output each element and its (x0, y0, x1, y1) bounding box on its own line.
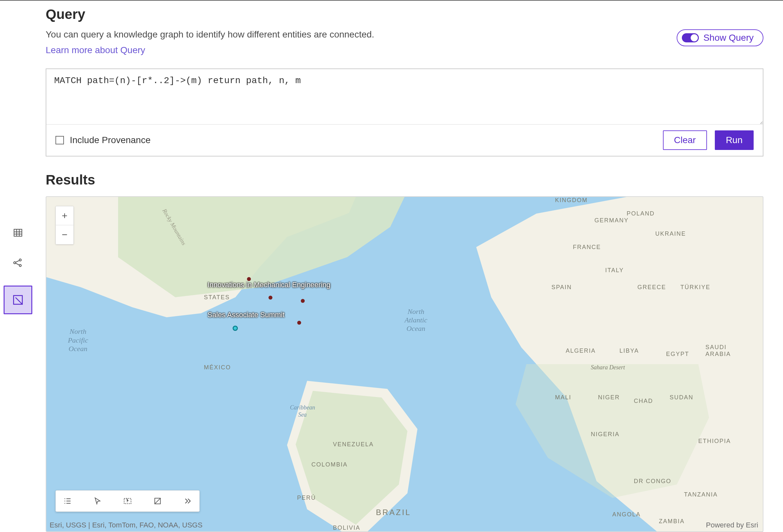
query-card: Include Provenance Clear Run (46, 68, 763, 157)
learn-more-link[interactable]: Learn more about Query (46, 45, 145, 56)
map-feature-label[interactable]: Sales Associate Summit (208, 311, 284, 319)
subtitle-col: You can query a knowledge graph to ident… (46, 29, 374, 68)
zoom-controls: + − (56, 206, 74, 244)
map-attribution: Esri, USGS | Esri, TomTom, FAO, NOAA, US… (50, 521, 202, 529)
expand-button[interactable] (182, 495, 193, 507)
select-rect-button[interactable] (122, 495, 133, 507)
sidebar-item-query[interactable] (4, 286, 32, 314)
app-shell: Query You can query a knowledge graph to… (0, 0, 783, 532)
map-point[interactable] (297, 321, 301, 325)
legend-button[interactable] (62, 495, 73, 507)
select-poly-icon (153, 497, 162, 505)
main-content: Query You can query a knowledge graph to… (36, 1, 783, 532)
country-label: KINGDOM (555, 197, 588, 204)
include-provenance-label: Include Provenance (70, 135, 151, 145)
run-button[interactable]: Run (715, 130, 754, 150)
graph-network-icon (12, 257, 24, 268)
show-query-toggle[interactable]: Show Query (677, 29, 763, 46)
legend-icon (63, 496, 72, 506)
chevron-double-right-icon (183, 496, 192, 506)
sidebar (0, 1, 36, 532)
ocean-label: North Atlantic Ocean (405, 307, 428, 333)
select-poly-button[interactable] (152, 495, 163, 507)
select-rect-icon (123, 496, 132, 506)
map-point[interactable] (301, 299, 305, 303)
map-point[interactable] (269, 296, 273, 300)
query-input[interactable] (46, 69, 763, 125)
results-title: Results (46, 172, 763, 188)
country-label: MÉXICO (204, 364, 231, 371)
map-point[interactable] (232, 326, 238, 331)
page-title: Query (46, 6, 763, 22)
svg-rect-0 (14, 229, 22, 236)
include-provenance-checkbox[interactable]: Include Provenance (56, 135, 151, 145)
map-toolbar (56, 490, 200, 512)
clear-button[interactable]: Clear (663, 130, 707, 150)
map-powered-by: Powered by Esri (706, 521, 758, 529)
sidebar-item-table[interactable] (11, 226, 25, 240)
table-icon (13, 228, 23, 238)
sidebar-item-graph[interactable] (11, 256, 25, 270)
zoom-in-button[interactable]: + (56, 206, 73, 225)
query-panel-icon (11, 293, 25, 306)
pointer-button[interactable] (92, 495, 103, 507)
map-container: North Pacific OceanNorth Atlantic OceanC… (46, 196, 763, 532)
page-subtitle: You can query a knowledge graph to ident… (46, 29, 374, 40)
map-canvas[interactable]: North Pacific OceanNorth Atlantic OceanC… (46, 197, 763, 531)
show-query-label: Show Query (703, 33, 754, 43)
svg-line-9 (15, 263, 19, 265)
zoom-out-button[interactable]: − (56, 225, 73, 244)
subtitle-row: You can query a knowledge graph to ident… (46, 29, 763, 68)
pointer-icon (93, 497, 102, 505)
toggle-switch-icon (682, 33, 699, 42)
ocean-label: North Pacific Ocean (68, 327, 88, 353)
svg-point-7 (19, 264, 21, 266)
checkbox-icon (56, 136, 64, 144)
query-actions: Include Provenance Clear Run (46, 125, 763, 156)
svg-point-5 (14, 262, 15, 264)
svg-point-6 (19, 259, 21, 261)
svg-line-8 (15, 261, 19, 262)
